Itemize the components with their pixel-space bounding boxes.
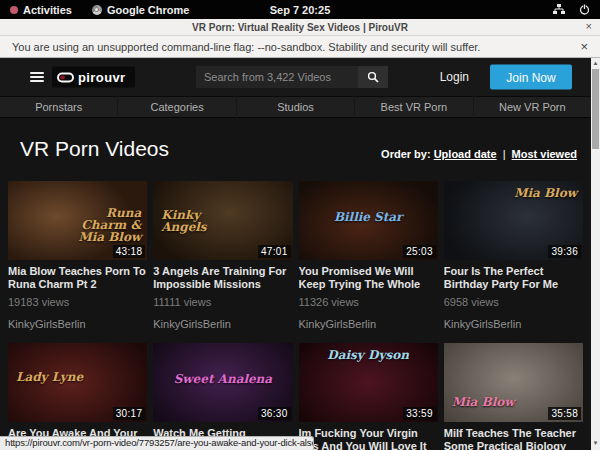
- thumbnail-overlay-text: Sweet Analena: [153, 373, 292, 385]
- video-thumbnail[interactable]: Lady Lyne 30:17: [8, 343, 147, 422]
- status-url-bar: https://pirouvr.com/vr-porn-video/779325…: [0, 436, 314, 450]
- video-studio-link[interactable]: KinkyGirlsBerlin: [8, 318, 147, 343]
- video-thumbnail[interactable]: Mia Blow 35:58: [444, 343, 583, 422]
- video-studio-link[interactable]: KinkyGirlsBerlin: [153, 318, 292, 343]
- scrollbar-down-arrow-icon[interactable]: ▼: [591, 438, 600, 448]
- join-now-button[interactable]: Join Now: [490, 65, 572, 90]
- video-card[interactable]: Daisy Dyson 33:59 Im Fucking Your Virgin…: [299, 343, 438, 450]
- site-header: pirouvr Login Join Now: [0, 58, 591, 96]
- thumbnail-overlay-text: Billie Star: [299, 211, 438, 223]
- video-views: 11111 views: [153, 296, 292, 309]
- chrome-icon: [92, 5, 102, 15]
- tab-close-icon[interactable]: ×: [586, 20, 592, 32]
- screen: Activities Google Chrome Sep 7 20:25 V: [0, 0, 600, 450]
- chrome-taskbar-item[interactable]: Google Chrome: [92, 4, 190, 16]
- thumbnail-overlay-text: Mia Blow: [514, 187, 577, 199]
- video-studio-link[interactable]: KinkyGirlsBerlin: [444, 318, 583, 343]
- network-icon[interactable]: [553, 4, 565, 15]
- tab-title: VR Porn: Virtual Reality Sex Videos | Pi…: [192, 22, 408, 33]
- video-card[interactable]: Kinky Angels 47:01 3 Angels Are Training…: [153, 181, 292, 343]
- site-logo[interactable]: pirouvr: [52, 67, 135, 88]
- window-title-bar: VR Porn: Virtual Reality Sex Videos | Pi…: [0, 19, 600, 36]
- activities-label: Activities: [23, 4, 72, 16]
- desktop-top-bar: Activities Google Chrome Sep 7 20:25: [0, 0, 600, 19]
- order-link-upload-date[interactable]: Upload date: [434, 148, 497, 160]
- video-card[interactable]: Runa Charm & Mia Blow 43:18 Mia Blow Tea…: [8, 181, 147, 343]
- video-thumbnail[interactable]: Kinky Angels 47:01: [153, 181, 292, 260]
- site-viewport: pirouvr Login Join Now Pornstars Categor…: [0, 58, 591, 450]
- video-title[interactable]: Mia Blow Teaches Porn To Runa Charm Pt 2: [8, 265, 147, 290]
- video-thumbnail[interactable]: Daisy Dyson 33:59: [299, 343, 438, 422]
- video-views: 19183 views: [8, 296, 147, 309]
- video-thumbnail[interactable]: Sweet Analena 36:30: [153, 343, 292, 422]
- thumbnail-overlay-text: Lady Lyne: [16, 371, 83, 383]
- page-title: VR Porn Videos: [20, 136, 169, 162]
- video-thumbnail[interactable]: Mia Blow 39:36: [444, 181, 583, 260]
- video-card[interactable]: Mia Blow 39:36 Four Is The Perfect Birth…: [444, 181, 583, 343]
- video-card[interactable]: Mia Blow 35:58 Milf Teaches The Teacher …: [444, 343, 583, 450]
- infobar-message: You are using an unsupported command-lin…: [12, 41, 480, 53]
- order-separator: |: [503, 148, 506, 160]
- search-button[interactable]: [358, 66, 388, 88]
- vr-goggles-icon: [57, 72, 74, 82]
- activities-dot-icon: [10, 6, 18, 14]
- video-views: 6958 views: [444, 296, 583, 309]
- video-duration-badge: 33:59: [403, 407, 436, 420]
- login-link[interactable]: Login: [440, 70, 469, 84]
- thumbnail-overlay-text: Kinky Angels: [161, 209, 235, 233]
- thumbnail-overlay-text: Runa Charm & Mia Blow: [67, 207, 141, 243]
- page-scrollbar[interactable]: ▲ ▼: [591, 58, 600, 450]
- video-card[interactable]: Lady Lyne 30:17 Are You Awake And Your D…: [8, 343, 147, 450]
- video-grid: Runa Charm & Mia Blow 43:18 Mia Blow Tea…: [0, 181, 591, 450]
- search-bar: [196, 66, 388, 88]
- infobar-close-icon[interactable]: ×: [580, 39, 588, 54]
- video-duration-badge: 36:30: [258, 407, 291, 420]
- order-by-label: Order by:: [381, 148, 431, 160]
- page-head: VR Porn Videos Order by: Upload date | M…: [0, 118, 591, 162]
- main-nav: Pornstars Categories Studios Best VR Por…: [0, 96, 591, 118]
- video-title[interactable]: Four Is The Perfect Birthday Party For M…: [444, 265, 583, 290]
- nav-item-categories[interactable]: Categories: [117, 96, 235, 118]
- video-duration-badge: 43:18: [113, 245, 146, 258]
- video-title[interactable]: 3 Angels Are Training For Impossible Mis…: [153, 265, 292, 290]
- nav-item-new-vr-porn[interactable]: New VR Porn: [473, 96, 591, 118]
- thumbnail-overlay-text: Mia Blow: [452, 396, 515, 408]
- search-icon: [367, 71, 379, 83]
- video-views: 11326 views: [299, 296, 438, 309]
- scrollbar-thumb[interactable]: [592, 69, 599, 149]
- chrome-taskbar-label: Google Chrome: [107, 4, 190, 16]
- menu-icon[interactable]: [30, 70, 44, 84]
- activities-button[interactable]: Activities: [10, 4, 72, 16]
- video-card[interactable]: Sweet Analena 36:30 Watch Me Getting Dom…: [153, 343, 292, 450]
- order-link-most-viewed[interactable]: Most viewed: [512, 148, 577, 160]
- order-by: Order by: Upload date | Most viewed: [381, 148, 577, 162]
- logo-text: pirouvr: [78, 70, 126, 85]
- video-duration-badge: 35:58: [548, 407, 581, 420]
- video-title[interactable]: Milf Teaches The Teacher Some Practical …: [444, 427, 583, 450]
- video-duration-badge: 25:03: [403, 245, 436, 258]
- video-studio-link[interactable]: KinkyGirlsBerlin: [299, 318, 438, 343]
- nav-item-best-vr-porn[interactable]: Best VR Porn: [354, 96, 472, 118]
- nav-item-studios[interactable]: Studios: [236, 96, 354, 118]
- video-title[interactable]: You Promised We Will Keep Trying The Who…: [299, 265, 438, 290]
- nav-item-pornstars[interactable]: Pornstars: [0, 96, 117, 118]
- video-thumbnail[interactable]: Billie Star 25:03: [299, 181, 438, 260]
- video-thumbnail[interactable]: Runa Charm & Mia Blow 43:18: [8, 181, 147, 260]
- video-duration-badge: 39:36: [548, 245, 581, 258]
- thumbnail-overlay-text: Daisy Dyson: [299, 349, 438, 361]
- scrollbar-up-arrow-icon[interactable]: ▲: [591, 58, 600, 68]
- video-duration-badge: 30:17: [113, 407, 146, 420]
- video-card[interactable]: Billie Star 25:03 You Promised We Will K…: [299, 181, 438, 343]
- search-input[interactable]: [196, 66, 358, 88]
- video-title[interactable]: Im Fucking Your Virgin Ass And You Will …: [299, 427, 438, 450]
- infobar: You are using an unsupported command-lin…: [0, 36, 600, 58]
- video-duration-badge: 47:01: [258, 245, 291, 258]
- power-icon[interactable]: [579, 4, 590, 15]
